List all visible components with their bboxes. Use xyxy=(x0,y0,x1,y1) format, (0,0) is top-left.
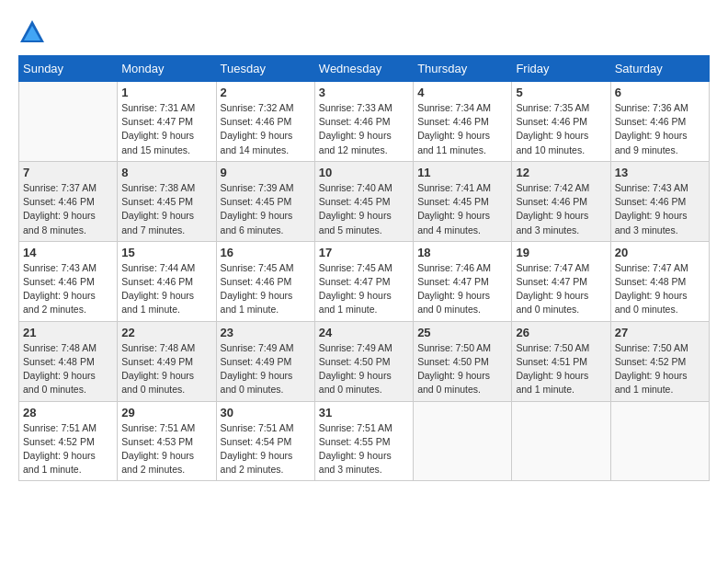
day-number: 10 xyxy=(319,166,409,179)
logo-icon xyxy=(18,18,46,46)
day-info: Sunrise: 7:41 AMSunset: 4:45 PMDaylight:… xyxy=(417,181,507,237)
day-info: Sunrise: 7:44 AMSunset: 4:46 PMDaylight:… xyxy=(121,261,211,317)
day-info: Sunrise: 7:46 AMSunset: 4:47 PMDaylight:… xyxy=(417,261,507,317)
calendar-cell: 5Sunrise: 7:35 AMSunset: 4:46 PMDaylight… xyxy=(512,82,610,162)
calendar-cell: 4Sunrise: 7:34 AMSunset: 4:46 PMDaylight… xyxy=(414,82,512,162)
day-number: 4 xyxy=(417,86,507,99)
calendar-cell: 22Sunrise: 7:48 AMSunset: 4:49 PMDayligh… xyxy=(118,321,216,401)
page-header xyxy=(18,18,710,46)
calendar-table: SundayMondayTuesdayWednesdayThursdayFrid… xyxy=(18,55,710,481)
day-number: 22 xyxy=(121,326,211,339)
day-info: Sunrise: 7:50 AMSunset: 4:51 PMDaylight:… xyxy=(516,341,606,397)
weekday-header-row: SundayMondayTuesdayWednesdayThursdayFrid… xyxy=(19,56,710,82)
day-info: Sunrise: 7:43 AMSunset: 4:46 PMDaylight:… xyxy=(615,181,705,237)
day-info: Sunrise: 7:47 AMSunset: 4:48 PMDaylight:… xyxy=(615,261,705,317)
day-number: 19 xyxy=(516,246,606,259)
day-info: Sunrise: 7:51 AMSunset: 4:53 PMDaylight:… xyxy=(121,421,211,477)
calendar-week-row: 14Sunrise: 7:43 AMSunset: 4:46 PMDayligh… xyxy=(19,241,710,321)
day-number: 1 xyxy=(121,86,211,99)
day-info: Sunrise: 7:33 AMSunset: 4:46 PMDaylight:… xyxy=(319,101,409,157)
day-info: Sunrise: 7:37 AMSunset: 4:46 PMDaylight:… xyxy=(23,181,113,237)
day-info: Sunrise: 7:47 AMSunset: 4:47 PMDaylight:… xyxy=(516,261,606,317)
day-info: Sunrise: 7:34 AMSunset: 4:46 PMDaylight:… xyxy=(417,101,507,157)
day-info: Sunrise: 7:51 AMSunset: 4:52 PMDaylight:… xyxy=(23,421,113,477)
calendar-week-row: 21Sunrise: 7:48 AMSunset: 4:48 PMDayligh… xyxy=(19,321,710,401)
weekday-header-friday: Friday xyxy=(512,56,610,82)
day-info: Sunrise: 7:45 AMSunset: 4:46 PMDaylight:… xyxy=(221,261,311,317)
calendar-week-row: 28Sunrise: 7:51 AMSunset: 4:52 PMDayligh… xyxy=(19,401,710,481)
day-info: Sunrise: 7:49 AMSunset: 4:50 PMDaylight:… xyxy=(319,341,409,397)
calendar-cell: 16Sunrise: 7:45 AMSunset: 4:46 PMDayligh… xyxy=(216,241,314,321)
calendar-cell: 3Sunrise: 7:33 AMSunset: 4:46 PMDaylight… xyxy=(314,82,413,162)
day-info: Sunrise: 7:48 AMSunset: 4:48 PMDaylight:… xyxy=(23,341,113,397)
weekday-header-thursday: Thursday xyxy=(414,56,512,82)
day-number: 24 xyxy=(319,326,409,339)
day-number: 28 xyxy=(23,406,113,419)
weekday-header-tuesday: Tuesday xyxy=(216,56,314,82)
day-number: 5 xyxy=(516,86,606,99)
day-number: 18 xyxy=(417,246,507,259)
calendar-cell: 24Sunrise: 7:49 AMSunset: 4:50 PMDayligh… xyxy=(314,321,413,401)
day-info: Sunrise: 7:39 AMSunset: 4:45 PMDaylight:… xyxy=(221,181,311,237)
logo xyxy=(18,18,50,46)
calendar-cell: 6Sunrise: 7:36 AMSunset: 4:46 PMDaylight… xyxy=(610,82,709,162)
day-number: 26 xyxy=(516,326,606,339)
day-number: 14 xyxy=(23,246,113,259)
day-number: 21 xyxy=(23,326,113,339)
calendar-cell: 2Sunrise: 7:32 AMSunset: 4:46 PMDaylight… xyxy=(216,82,314,162)
day-number: 16 xyxy=(221,246,311,259)
day-number: 6 xyxy=(615,86,705,99)
day-info: Sunrise: 7:40 AMSunset: 4:45 PMDaylight:… xyxy=(319,181,409,237)
weekday-header-monday: Monday xyxy=(118,56,216,82)
day-info: Sunrise: 7:32 AMSunset: 4:46 PMDaylight:… xyxy=(221,101,311,157)
day-number: 31 xyxy=(319,406,409,419)
calendar-cell: 20Sunrise: 7:47 AMSunset: 4:48 PMDayligh… xyxy=(610,241,709,321)
day-number: 30 xyxy=(221,406,311,419)
weekday-header-saturday: Saturday xyxy=(610,56,709,82)
day-number: 7 xyxy=(23,166,113,179)
day-number: 20 xyxy=(615,246,705,259)
calendar-cell: 25Sunrise: 7:50 AMSunset: 4:50 PMDayligh… xyxy=(414,321,512,401)
day-number: 3 xyxy=(319,86,409,99)
calendar-cell: 7Sunrise: 7:37 AMSunset: 4:46 PMDaylight… xyxy=(19,161,118,241)
calendar-cell: 29Sunrise: 7:51 AMSunset: 4:53 PMDayligh… xyxy=(118,401,216,481)
calendar-cell: 17Sunrise: 7:45 AMSunset: 4:47 PMDayligh… xyxy=(314,241,413,321)
day-info: Sunrise: 7:49 AMSunset: 4:49 PMDaylight:… xyxy=(221,341,311,397)
day-number: 23 xyxy=(221,326,311,339)
day-info: Sunrise: 7:38 AMSunset: 4:45 PMDaylight:… xyxy=(121,181,211,237)
calendar-cell: 15Sunrise: 7:44 AMSunset: 4:46 PMDayligh… xyxy=(118,241,216,321)
calendar-cell: 26Sunrise: 7:50 AMSunset: 4:51 PMDayligh… xyxy=(512,321,610,401)
day-info: Sunrise: 7:48 AMSunset: 4:49 PMDaylight:… xyxy=(121,341,211,397)
day-info: Sunrise: 7:51 AMSunset: 4:55 PMDaylight:… xyxy=(319,421,409,477)
calendar-cell: 23Sunrise: 7:49 AMSunset: 4:49 PMDayligh… xyxy=(216,321,314,401)
calendar-cell: 19Sunrise: 7:47 AMSunset: 4:47 PMDayligh… xyxy=(512,241,610,321)
calendar-week-row: 7Sunrise: 7:37 AMSunset: 4:46 PMDaylight… xyxy=(19,161,710,241)
day-info: Sunrise: 7:45 AMSunset: 4:47 PMDaylight:… xyxy=(319,261,409,317)
day-number: 12 xyxy=(516,166,606,179)
day-info: Sunrise: 7:35 AMSunset: 4:46 PMDaylight:… xyxy=(516,101,606,157)
day-info: Sunrise: 7:31 AMSunset: 4:47 PMDaylight:… xyxy=(121,101,211,157)
weekday-header-wednesday: Wednesday xyxy=(314,56,413,82)
day-number: 9 xyxy=(221,166,311,179)
calendar-cell: 9Sunrise: 7:39 AMSunset: 4:45 PMDaylight… xyxy=(216,161,314,241)
day-info: Sunrise: 7:36 AMSunset: 4:46 PMDaylight:… xyxy=(615,101,705,157)
day-info: Sunrise: 7:42 AMSunset: 4:46 PMDaylight:… xyxy=(516,181,606,237)
day-info: Sunrise: 7:50 AMSunset: 4:50 PMDaylight:… xyxy=(417,341,507,397)
day-number: 2 xyxy=(221,86,311,99)
calendar-cell: 27Sunrise: 7:50 AMSunset: 4:52 PMDayligh… xyxy=(610,321,709,401)
day-number: 15 xyxy=(121,246,211,259)
calendar-cell xyxy=(414,401,512,481)
day-info: Sunrise: 7:43 AMSunset: 4:46 PMDaylight:… xyxy=(23,261,113,317)
calendar-cell: 1Sunrise: 7:31 AMSunset: 4:47 PMDaylight… xyxy=(118,82,216,162)
calendar-cell: 18Sunrise: 7:46 AMSunset: 4:47 PMDayligh… xyxy=(414,241,512,321)
calendar-cell: 12Sunrise: 7:42 AMSunset: 4:46 PMDayligh… xyxy=(512,161,610,241)
day-number: 8 xyxy=(121,166,211,179)
day-info: Sunrise: 7:50 AMSunset: 4:52 PMDaylight:… xyxy=(615,341,705,397)
calendar-cell: 31Sunrise: 7:51 AMSunset: 4:55 PMDayligh… xyxy=(314,401,413,481)
calendar-cell: 14Sunrise: 7:43 AMSunset: 4:46 PMDayligh… xyxy=(19,241,118,321)
day-number: 29 xyxy=(121,406,211,419)
calendar-cell: 10Sunrise: 7:40 AMSunset: 4:45 PMDayligh… xyxy=(314,161,413,241)
day-number: 13 xyxy=(615,166,705,179)
calendar-cell: 30Sunrise: 7:51 AMSunset: 4:54 PMDayligh… xyxy=(216,401,314,481)
calendar-week-row: 1Sunrise: 7:31 AMSunset: 4:47 PMDaylight… xyxy=(19,82,710,162)
